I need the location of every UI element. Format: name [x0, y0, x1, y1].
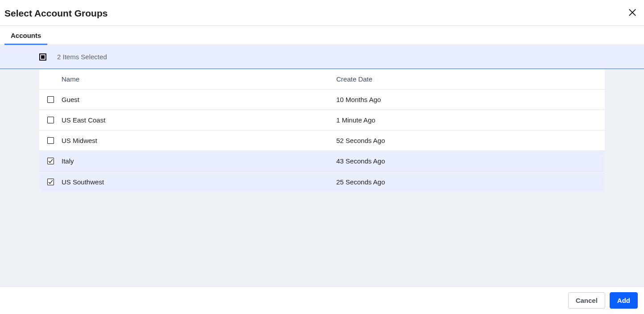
row-name: Guest	[62, 96, 336, 103]
column-header-name[interactable]: Name	[62, 75, 336, 83]
indeterminate-icon	[41, 55, 45, 59]
row-checkbox[interactable]	[47, 117, 54, 123]
select-account-groups-modal: Select Account Groups Accounts 2 Items S…	[0, 0, 644, 314]
row-checkbox[interactable]	[47, 137, 54, 144]
table-row[interactable]: US Midwest 52 Seconds Ago	[39, 130, 605, 151]
selection-bar: 2 Items Selected	[0, 45, 644, 69]
accounts-table: Name Create Date Guest 10 Months Ago	[39, 69, 605, 192]
column-header-create-date[interactable]: Create Date	[336, 75, 597, 83]
table-container: Name Create Date Guest 10 Months Ago	[0, 69, 644, 192]
tabs: Accounts	[0, 26, 644, 45]
modal-header: Select Account Groups	[0, 0, 644, 25]
table-row[interactable]: Guest 10 Months Ago	[39, 90, 605, 110]
row-name: Italy	[62, 157, 336, 165]
table-row[interactable]: US Southwest 25 Seconds Ago	[39, 171, 605, 192]
close-button[interactable]	[626, 6, 639, 20]
row-name: US Southwest	[62, 178, 336, 186]
row-name: US Midwest	[62, 137, 336, 144]
row-create-date: 52 Seconds Ago	[336, 137, 597, 144]
modal-body: 2 Items Selected Name Create Date Guest	[0, 45, 644, 286]
row-checkbox[interactable]	[47, 96, 54, 103]
cancel-button[interactable]: Cancel	[568, 292, 605, 309]
close-icon	[628, 8, 637, 18]
table-row[interactable]: Italy 43 Seconds Ago	[39, 151, 605, 171]
table-row[interactable]: US East Coast 1 Minute Ago	[39, 110, 605, 130]
modal-footer: Cancel Add	[0, 286, 644, 314]
add-button[interactable]: Add	[610, 292, 638, 309]
row-create-date: 25 Seconds Ago	[336, 178, 597, 186]
row-name: US East Coast	[62, 116, 336, 124]
modal-title: Select Account Groups	[4, 8, 107, 19]
row-create-date: 10 Months Ago	[336, 96, 597, 103]
tab-accounts[interactable]: Accounts	[4, 26, 47, 45]
row-create-date: 43 Seconds Ago	[336, 157, 597, 165]
row-checkbox[interactable]	[47, 179, 54, 185]
table-header-row: Name Create Date	[39, 69, 605, 90]
row-checkbox[interactable]	[47, 158, 54, 164]
select-all-checkbox[interactable]	[39, 53, 46, 61]
row-create-date: 1 Minute Ago	[336, 116, 597, 124]
selection-summary: 2 Items Selected	[57, 53, 107, 61]
